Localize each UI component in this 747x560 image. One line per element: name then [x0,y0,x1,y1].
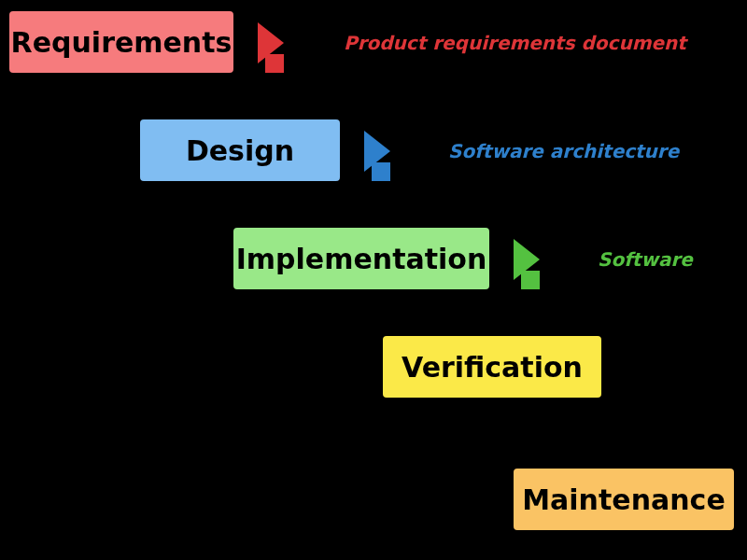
stage-label: Maintenance [522,483,726,516]
arrow-right-icon [258,22,284,63]
stage-box-design: Design [138,118,342,183]
arrow-right-icon [364,131,390,172]
stage-box-verification: Verification [381,334,603,399]
waterfall-diagram: Requirements Product requirements docume… [0,0,747,560]
stage-output-implementation: Software [598,248,693,271]
stage-label: Implementation [236,243,487,275]
stage-label: Verification [402,351,583,384]
stage-box-implementation: Implementation [232,226,491,291]
stage-box-maintenance: Maintenance [512,467,736,532]
stage-output-design: Software architecture [448,140,679,162]
stage-label: Design [186,134,294,167]
arrow-right-icon [514,239,540,280]
stage-output-requirements: Product requirements document [344,32,686,54]
stage-label: Requirements [11,26,233,59]
stage-box-requirements: Requirements [7,9,235,75]
